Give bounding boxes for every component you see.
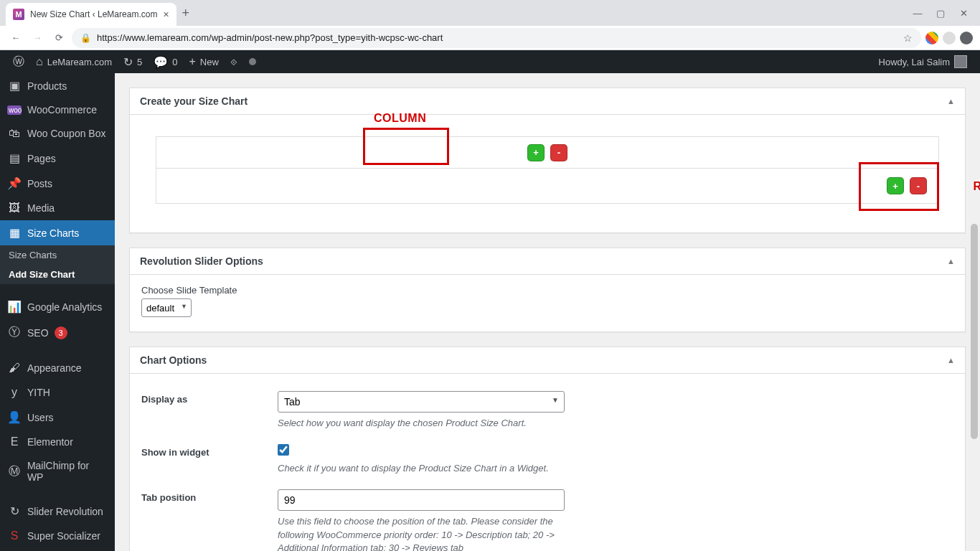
sidebar-submenu: Size Charts Add Size Chart bbox=[0, 245, 115, 284]
sidebar-item-label: Woo Coupon Box bbox=[27, 128, 105, 139]
show-in-widget-row: Show in widget Check it if you want to d… bbox=[141, 437, 953, 482]
sidebar-item-label: Products bbox=[27, 80, 67, 92]
sidebar-item-label: Google Analytics bbox=[27, 301, 102, 313]
collapse-icon[interactable]: ▲ bbox=[947, 97, 955, 105]
revisions-count: 5 bbox=[137, 57, 142, 67]
sidebar-item-pages[interactable]: ▤Pages bbox=[0, 146, 115, 171]
bookmark-star-icon[interactable]: ☆ bbox=[903, 32, 913, 44]
submenu-size-charts[interactable]: Size Charts bbox=[0, 245, 115, 265]
panel-header[interactable]: Chart Options ▲ bbox=[130, 347, 965, 374]
comment-icon: 💬 bbox=[154, 55, 168, 69]
update-icon: ↻ bbox=[123, 55, 133, 69]
back-button[interactable]: ← bbox=[7, 29, 24, 47]
sidebar-item-label: Slider Revolution bbox=[27, 506, 103, 517]
chart-icon: 📊 bbox=[7, 300, 22, 314]
sidebar-item-elementor[interactable]: EElementor bbox=[0, 430, 115, 454]
grid-icon: ▦ bbox=[7, 226, 22, 240]
site-name: LeMaream.com bbox=[47, 57, 112, 67]
box-icon: ▣ bbox=[7, 79, 22, 93]
show-in-widget-label: Show in widget bbox=[141, 444, 278, 475]
panel-title: Chart Options bbox=[140, 354, 207, 366]
forward-button[interactable]: → bbox=[29, 29, 46, 47]
browser-tab[interactable]: M New Size Chart ‹ LeMaream.com × bbox=[6, 3, 176, 26]
annotation-box-row bbox=[859, 162, 939, 211]
sidebar-item-label: MailChimp for WP bbox=[27, 460, 108, 483]
profile-avatar-icon[interactable] bbox=[943, 32, 956, 44]
minimize-icon[interactable]: — bbox=[913, 8, 923, 19]
tab-position-desc: Use this field to choose the position of… bbox=[278, 515, 579, 551]
sidebar-item-analytics[interactable]: 📊Google Analytics bbox=[0, 294, 115, 319]
sidebar-item-media[interactable]: 🖼Media bbox=[0, 196, 115, 220]
sidebar-item-label: Posts bbox=[27, 178, 52, 189]
submenu-add-size-chart[interactable]: Add Size Chart bbox=[0, 265, 115, 284]
scrollbar[interactable] bbox=[970, 73, 979, 551]
lock-icon: 🔒 bbox=[80, 33, 91, 43]
sidebar-item-label: Elementor bbox=[27, 436, 73, 448]
sidebar-item-seo[interactable]: ⓎSEO3 bbox=[0, 319, 115, 346]
reload-button[interactable]: ⟳ bbox=[50, 29, 67, 47]
user-menu[interactable]: Howdy, Lai Salim bbox=[873, 55, 973, 68]
tab-close-icon[interactable]: × bbox=[163, 9, 169, 20]
display-as-row: Display as Tab Select how you want displ… bbox=[141, 384, 953, 437]
revolution-slider-panel: Revolution Slider Options ▲ Choose Slide… bbox=[129, 248, 966, 332]
tab-position-row: Tab position Use this field to choose th… bbox=[141, 482, 953, 551]
sidebar-item-users[interactable]: 👤Users bbox=[0, 405, 115, 430]
sidebar-item-label: YITH bbox=[27, 387, 50, 398]
sidebar-item-appearance[interactable]: 🖌Appearance bbox=[0, 356, 115, 380]
scrollbar-thumb[interactable] bbox=[971, 224, 978, 439]
extension-icon[interactable] bbox=[925, 32, 938, 44]
collapse-icon[interactable]: ▲ bbox=[947, 356, 955, 364]
sidebar-item-slider-revolution[interactable]: ↻Slider Revolution bbox=[0, 499, 115, 524]
sidebar-item-posts[interactable]: 📌Posts bbox=[0, 171, 115, 196]
new-content-menu[interactable]: +New bbox=[183, 50, 224, 73]
sidebar-item-coupon-box[interactable]: 🛍Woo Coupon Box bbox=[0, 121, 115, 146]
extension-icon-2[interactable] bbox=[960, 32, 973, 44]
media-icon: 🖼 bbox=[7, 202, 22, 215]
site-name-menu[interactable]: ⌂LeMaream.com bbox=[30, 50, 118, 73]
show-in-widget-desc: Check it if you want to display the Prod… bbox=[278, 462, 579, 475]
user-avatar-icon bbox=[954, 55, 967, 68]
url-text: https://www.lemaream.com/wp-admin/post-n… bbox=[97, 32, 443, 43]
wp-logo-menu[interactable]: ⓦ bbox=[7, 50, 30, 73]
close-window-icon[interactable]: ✕ bbox=[958, 8, 969, 19]
collapse-icon[interactable]: ▲ bbox=[947, 257, 955, 265]
tab-position-input[interactable] bbox=[278, 489, 565, 511]
tab-favicon: M bbox=[13, 9, 24, 20]
choose-template-label: Choose Slide Template bbox=[141, 285, 953, 296]
panel-header[interactable]: Revolution Slider Options ▲ bbox=[130, 248, 965, 275]
add-column-button[interactable]: + bbox=[527, 144, 545, 161]
address-bar[interactable]: 🔒 https://www.lemaream.com/wp-admin/post… bbox=[72, 28, 921, 48]
yith-icon: ⟐ bbox=[230, 55, 237, 68]
woo-icon: woo bbox=[7, 105, 22, 115]
pin-icon: 📌 bbox=[7, 176, 22, 190]
sidebar-item-mailchimp[interactable]: ⓂMailChimp for WP bbox=[0, 454, 115, 489]
new-tab-button[interactable]: + bbox=[182, 6, 190, 21]
share-icon: S bbox=[7, 529, 22, 542]
wp-body: ▣Products wooWooCommerce 🛍Woo Coupon Box… bbox=[0, 73, 980, 551]
maximize-icon[interactable]: ▢ bbox=[936, 8, 946, 19]
updates-menu[interactable]: ↻5 bbox=[118, 50, 148, 73]
panel-header[interactable]: Create your Size Chart ▲ bbox=[130, 88, 965, 115]
display-as-select[interactable]: Tab bbox=[278, 391, 565, 413]
display-as-label: Display as bbox=[141, 391, 278, 430]
panel-title: Create your Size Chart bbox=[140, 95, 248, 107]
row-controls-row: + - bbox=[156, 169, 938, 203]
status-indicator[interactable] bbox=[243, 50, 262, 73]
wp-admin-bar: ⓦ ⌂LeMaream.com ↻5 💬0 +New ⟐ Howdy, Lai … bbox=[0, 50, 980, 73]
yith-menu[interactable]: ⟐ bbox=[225, 50, 243, 73]
sidebar-item-super-socializer[interactable]: SSuper Socializer bbox=[0, 524, 115, 548]
slide-template-select[interactable]: default bbox=[141, 298, 192, 317]
tab-title: New Size Chart ‹ LeMaream.com bbox=[30, 9, 157, 19]
sidebar-item-size-charts[interactable]: ▦Size Charts bbox=[0, 220, 115, 245]
mailchimp-icon: Ⓜ bbox=[7, 464, 22, 479]
sidebar-item-label: WooCommerce bbox=[27, 104, 97, 116]
admin-sidebar: ▣Products wooWooCommerce 🛍Woo Coupon Box… bbox=[0, 73, 115, 551]
remove-column-button[interactable]: - bbox=[550, 144, 567, 161]
sidebar-item-woocommerce[interactable]: wooWooCommerce bbox=[0, 98, 115, 121]
sidebar-item-yith[interactable]: yYITH bbox=[0, 380, 115, 405]
comments-menu[interactable]: 💬0 bbox=[148, 50, 183, 73]
display-as-desc: Select how you want display the chosen P… bbox=[278, 417, 579, 430]
show-in-widget-checkbox[interactable] bbox=[278, 444, 289, 456]
sidebar-item-products[interactable]: ▣Products bbox=[0, 73, 115, 98]
annotation-box-column bbox=[363, 128, 449, 165]
